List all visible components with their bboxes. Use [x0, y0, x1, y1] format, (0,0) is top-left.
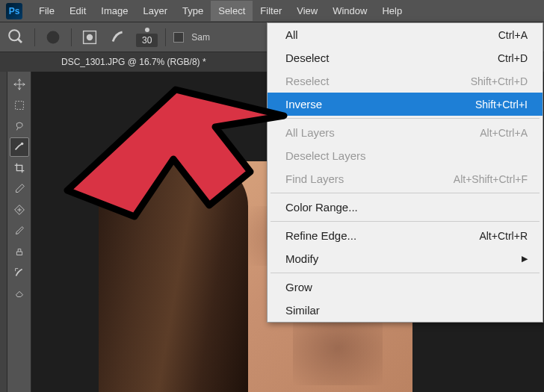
menu-item-label: All — [285, 28, 298, 41]
menu-layer[interactable]: Layer — [136, 1, 176, 21]
sample-all-checkbox[interactable] — [173, 32, 184, 43]
clone-stamp-tool[interactable] — [10, 242, 29, 261]
brush-settings-icon[interactable] — [79, 28, 100, 46]
menu-item-all[interactable]: AllCtrl+A — [268, 23, 543, 46]
quick-selection-tool[interactable] — [10, 137, 29, 157]
menu-item-label: Color Range... — [285, 201, 358, 214]
menu-item-label: All Layers — [285, 126, 335, 139]
menu-window[interactable]: Window — [325, 1, 374, 21]
separator — [165, 28, 166, 46]
menu-item-shortcut: Ctrl+D — [498, 52, 528, 64]
tool-preset-icon[interactable] — [6, 28, 27, 46]
menu-item-label: Grow — [285, 281, 312, 293]
menu-item-label: Deselect Layers — [285, 149, 366, 162]
menu-item-shortcut: Alt+Ctrl+A — [480, 127, 528, 139]
menu-item-all-layers: All LayersAlt+Ctrl+A — [268, 121, 543, 144]
brush-tool[interactable] — [10, 221, 29, 240]
menu-type[interactable]: Type — [175, 1, 211, 21]
crop-tool[interactable] — [10, 158, 29, 178]
toolbox — [7, 72, 31, 392]
brush-preset-icon[interactable] — [43, 28, 64, 46]
menu-item-shortcut: Alt+Shift+Ctrl+F — [454, 173, 528, 185]
menu-item-modify[interactable]: Modify▶ — [268, 247, 543, 270]
menu-filter[interactable]: Filter — [253, 1, 289, 21]
menu-item-shortcut: Shift+Ctrl+I — [475, 99, 528, 111]
menu-item-label: Inverse — [285, 98, 322, 111]
menu-item-label: Similar — [285, 304, 320, 317]
submenu-arrow-icon: ▶ — [522, 254, 528, 264]
menu-item-refine-edge[interactable]: Refine Edge...Alt+Ctrl+R — [268, 224, 543, 247]
menu-file[interactable]: File — [31, 1, 62, 21]
menu-help[interactable]: Help — [374, 1, 409, 21]
menu-separator — [271, 118, 540, 119]
svg-point-3 — [87, 34, 93, 40]
separator — [34, 28, 35, 46]
menu-item-deselect[interactable]: DeselectCtrl+D — [268, 46, 543, 69]
menu-item-deselect-layers: Deselect Layers — [268, 144, 543, 167]
menu-item-label: Deselect — [285, 52, 329, 64]
menu-item-shortcut: Ctrl+A — [498, 29, 528, 41]
menu-separator — [271, 273, 540, 273]
svg-point-6 — [20, 143, 23, 146]
brush-dot-icon — [140, 27, 155, 33]
panel-strip — [0, 72, 7, 392]
menu-item-similar[interactable]: Similar — [268, 299, 543, 322]
eraser-tool[interactable] — [10, 284, 29, 303]
menu-item-label: Refine Edge... — [285, 229, 356, 242]
history-brush-tool[interactable] — [10, 263, 29, 282]
separator — [71, 28, 72, 46]
healing-brush-tool[interactable] — [10, 200, 29, 220]
menu-view[interactable]: View — [289, 1, 325, 21]
svg-point-1 — [47, 31, 60, 43]
menu-item-inverse[interactable]: InverseShift+Ctrl+I — [268, 93, 543, 116]
eyedropper-tool[interactable] — [10, 179, 29, 199]
menu-item-grow[interactable]: Grow — [268, 276, 543, 299]
sample-label: Sam — [191, 32, 210, 43]
menu-separator — [271, 221, 540, 222]
menu-separator — [271, 193, 540, 193]
svg-rect-5 — [15, 102, 23, 110]
document-tab[interactable]: DSC_1301.JPG @ 16.7% (RGB/8) * — [54, 54, 214, 70]
move-tool[interactable] — [10, 75, 29, 94]
brush-size-value[interactable]: 30 — [136, 34, 158, 47]
menu-item-label: Modify — [285, 252, 318, 265]
brush-panel-icon[interactable] — [108, 28, 129, 46]
menu-item-label: Reselect — [285, 75, 329, 87]
select-menu-dropdown: AllCtrl+ADeselectCtrl+DReselectShift+Ctr… — [267, 22, 543, 323]
menu-item-color-range[interactable]: Color Range... — [268, 196, 543, 219]
menu-image[interactable]: Image — [93, 1, 135, 21]
lasso-tool[interactable] — [10, 116, 29, 136]
photoshop-logo: Ps — [6, 3, 22, 19]
menu-item-shortcut: Alt+Ctrl+R — [479, 230, 528, 242]
menu-item-shortcut: Shift+Ctrl+D — [471, 75, 528, 87]
marquee-tool[interactable] — [10, 96, 29, 115]
menu-item-find-layers: Find LayersAlt+Shift+Ctrl+F — [268, 167, 543, 190]
menubar: Ps FileEditImageLayerTypeSelectFilterVie… — [0, 0, 544, 22]
menu-item-label: Find Layers — [285, 172, 344, 185]
menu-item-reselect: ReselectShift+Ctrl+D — [268, 69, 543, 93]
menu-edit[interactable]: Edit — [62, 1, 93, 21]
svg-point-4 — [145, 28, 149, 32]
menu-select[interactable]: Select — [211, 1, 253, 21]
